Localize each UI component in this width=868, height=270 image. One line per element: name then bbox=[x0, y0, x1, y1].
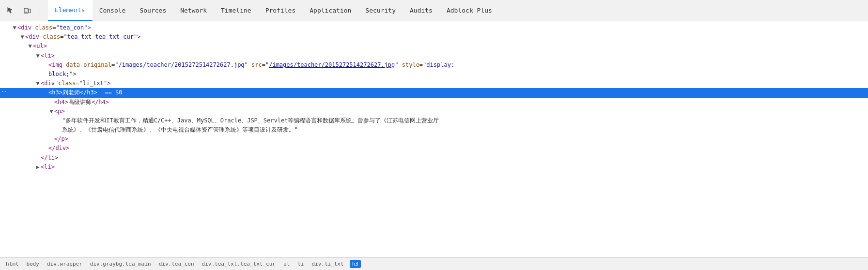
element-line-li[interactable]: ▼ <li> bbox=[0, 51, 868, 60]
tab-adblock[interactable]: Adblock Plus bbox=[440, 0, 499, 21]
element-line-h3[interactable]: ·· <h3>刘老师</h3> == $0 bbox=[0, 88, 868, 97]
tab-network[interactable]: Network bbox=[173, 0, 214, 21]
breadcrumb-body[interactable]: body bbox=[25, 260, 42, 268]
breadcrumb-bar: html body div.wrapper div.graybg.tea_mai… bbox=[0, 257, 868, 270]
breadcrumb-li[interactable]: li bbox=[295, 260, 306, 268]
tab-timeline[interactable]: Timeline bbox=[214, 0, 259, 21]
tab-application[interactable]: Application bbox=[303, 0, 358, 21]
inspect-element-icon[interactable] bbox=[4, 4, 17, 17]
element-line-p-text1[interactable]: "多年软件开发和IT教育工作，精通C/C++、Java、MySQL、Oracle… bbox=[0, 116, 868, 125]
triangle-icon[interactable]: ▼ bbox=[27, 42, 33, 51]
breadcrumb-graybg[interactable]: div.graybg.tea_main bbox=[88, 260, 153, 268]
element-line-p[interactable]: ▼ <p> bbox=[0, 107, 868, 116]
element-line-close-div[interactable]: </div> bbox=[0, 144, 868, 153]
devtools-content: ▼ <div class="tea_con"> ▼ <div class="te… bbox=[0, 21, 868, 270]
elements-panel[interactable]: ▼ <div class="tea_con"> ▼ <div class="te… bbox=[0, 21, 868, 257]
triangle-icon[interactable]: ▶ bbox=[35, 163, 41, 172]
element-line-img[interactable]: <img data-original="/images/teacher/2015… bbox=[0, 60, 868, 70]
device-mode-icon[interactable] bbox=[20, 4, 34, 17]
breadcrumb-wrapper[interactable]: div.wrapper bbox=[45, 260, 84, 268]
breadcrumb-tea-txt[interactable]: div.tea_txt.tea_txt_cur bbox=[200, 260, 278, 268]
triangle-icon[interactable]: ▼ bbox=[19, 32, 25, 42]
dot-indicator: ·· bbox=[1, 88, 7, 96]
element-line-ul[interactable]: ▼ <ul> bbox=[0, 42, 868, 51]
element-line-tea-con[interactable]: ▼ <div class="tea_con"> bbox=[0, 23, 868, 32]
tab-profiles[interactable]: Profiles bbox=[259, 0, 303, 21]
breadcrumb-html[interactable]: html bbox=[4, 260, 21, 268]
toolbar-icons bbox=[4, 4, 40, 17]
element-line-h4[interactable]: <h4>高级讲师</h4> bbox=[0, 98, 868, 107]
triangle-icon[interactable]: ▼ bbox=[35, 79, 41, 88]
breadcrumb-tea-con[interactable]: div.tea_con bbox=[157, 260, 196, 268]
svg-rect-1 bbox=[29, 9, 31, 13]
element-line-close-li[interactable]: </li> bbox=[0, 153, 868, 163]
tab-audits[interactable]: Audits bbox=[403, 0, 440, 21]
element-line-img-style[interactable]: block;"> bbox=[0, 70, 868, 79]
element-line-p-text2[interactable]: 系统》、《甘肃电信代理商系统》、《中央电视台媒体资产管理系统》等项目设计及研发。… bbox=[0, 125, 868, 135]
element-line-close-p[interactable]: </p> bbox=[0, 135, 868, 144]
triangle-icon[interactable]: ▼ bbox=[12, 23, 17, 32]
breadcrumb-li-txt[interactable]: div.li_txt bbox=[310, 260, 345, 268]
tab-sources[interactable]: Sources bbox=[133, 0, 173, 21]
triangle-icon[interactable]: ▼ bbox=[35, 51, 41, 60]
breadcrumb-h3[interactable]: h3 bbox=[350, 260, 361, 268]
breadcrumb-ul[interactable]: ul bbox=[281, 260, 292, 268]
tab-elements[interactable]: Elements bbox=[48, 0, 93, 21]
tab-console[interactable]: Console bbox=[93, 0, 133, 21]
tab-security[interactable]: Security bbox=[358, 0, 403, 21]
element-line-next-li[interactable]: ▶ <li> bbox=[0, 163, 868, 172]
element-line-tea-txt[interactable]: ▼ <div class="tea_txt tea_txt_cur"> bbox=[0, 32, 868, 42]
img-src-link[interactable]: /images/teacher/2015272514272627.jpg bbox=[269, 60, 395, 70]
element-line-li-txt[interactable]: ▼ <div class="li_txt"> bbox=[0, 79, 868, 88]
tab-list: Elements Console Sources Network Timelin… bbox=[48, 0, 499, 21]
devtools-toolbar: Elements Console Sources Network Timelin… bbox=[0, 0, 868, 21]
triangle-icon[interactable]: ▼ bbox=[48, 107, 54, 116]
